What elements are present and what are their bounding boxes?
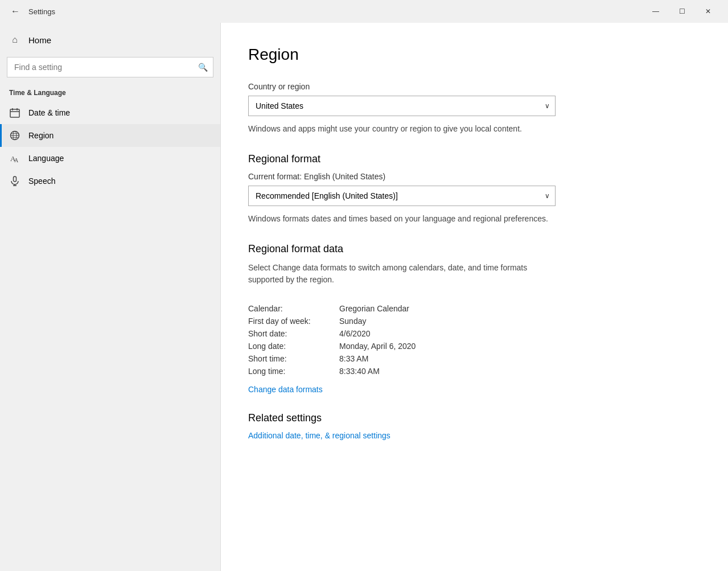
country-description: Windows and apps might use your country … [248, 123, 556, 135]
table-row: Long time:8:33:40 AM [248, 367, 701, 376]
data-row-label: Calendar: [248, 304, 339, 313]
country-dropdown-container: United States ∨ [248, 96, 556, 116]
data-row-label: Long time: [248, 367, 339, 376]
minimize-button[interactable]: — [643, 0, 669, 23]
titlebar-title: Settings [28, 7, 55, 16]
data-row-value: 4/6/2020 [339, 329, 371, 338]
data-row-value: Sunday [339, 317, 366, 326]
sidebar-item-language[interactable]: A A Language [0, 147, 220, 170]
table-row: Short time:8:33 AM [248, 354, 701, 363]
window-controls: — ☐ ✕ [643, 0, 721, 23]
app-body: ⌂ Home 🔍 Time & Language Date & time [0, 23, 728, 571]
table-row: Long date:Monday, April 6, 2020 [248, 342, 701, 351]
sidebar-item-date-time[interactable]: Date & time [0, 101, 220, 124]
table-row: First day of week:Sunday [248, 317, 701, 326]
sidebar-item-home[interactable]: ⌂ Home [0, 27, 220, 52]
data-row-label: Long date: [248, 342, 339, 351]
format-dropdown-container: Recommended [English (United States)] ∨ [248, 186, 556, 206]
current-format-label: Current format: English (United States) [248, 172, 701, 181]
format-description: Windows formats dates and times based on… [248, 213, 556, 225]
main-content: Region Country or region United States ∨… [221, 23, 728, 571]
data-row-label: First day of week: [248, 317, 339, 326]
microphone-icon [9, 175, 20, 187]
svg-text:A: A [14, 157, 19, 163]
data-row-label: Short time: [248, 354, 339, 363]
country-dropdown[interactable]: United States [248, 96, 556, 116]
format-data-description: Select Change data formats to switch amo… [248, 262, 556, 286]
data-row-value: Gregorian Calendar [339, 304, 409, 313]
speech-label: Speech [28, 176, 55, 186]
language-label: Language [28, 154, 64, 163]
change-data-formats-link[interactable]: Change data formats [248, 385, 323, 394]
table-row: Calendar:Gregorian Calendar [248, 304, 701, 313]
regional-format-data-section: Regional format data Select Change data … [248, 243, 701, 394]
sidebar-section-title: Time & Language [0, 87, 220, 101]
format-data-heading: Regional format data [248, 243, 701, 255]
sidebar-item-region[interactable]: Region [0, 124, 220, 147]
search-container: 🔍 [7, 57, 213, 77]
home-icon: ⌂ [9, 34, 20, 46]
titlebar: ← Settings — ☐ ✕ [0, 0, 728, 23]
search-input[interactable] [7, 57, 213, 77]
region-label: Region [28, 131, 54, 140]
sidebar-item-speech[interactable]: Speech [0, 170, 220, 192]
svg-rect-0 [10, 109, 19, 117]
country-section: Country or region United States ∨ Window… [248, 82, 701, 135]
language-icon: A A [9, 153, 20, 164]
sidebar: ⌂ Home 🔍 Time & Language Date & time [0, 23, 221, 571]
related-settings-section: Related settings Additional date, time, … [248, 412, 701, 440]
data-row-value: 8:33 AM [339, 354, 368, 363]
data-row-value: 8:33:40 AM [339, 367, 380, 376]
search-icon: 🔍 [198, 63, 208, 72]
data-row-value: Monday, April 6, 2020 [339, 342, 416, 351]
date-time-label: Date & time [28, 108, 70, 117]
regional-format-section: Regional format Current format: English … [248, 153, 701, 225]
related-settings-heading: Related settings [248, 412, 701, 424]
format-data-table: Calendar:Gregorian CalendarFirst day of … [248, 304, 701, 376]
calendar-icon [9, 107, 20, 118]
maximize-button[interactable]: ☐ [669, 0, 695, 23]
close-button[interactable]: ✕ [695, 0, 721, 23]
page-title: Region [248, 46, 701, 64]
additional-settings-link[interactable]: Additional date, time, & regional settin… [248, 431, 390, 440]
format-dropdown[interactable]: Recommended [English (United States)] [248, 186, 556, 206]
home-label: Home [28, 35, 51, 45]
table-row: Short date:4/6/2020 [248, 329, 701, 338]
svg-rect-11 [14, 176, 17, 182]
regional-format-heading: Regional format [248, 153, 701, 165]
back-button[interactable]: ← [7, 3, 24, 20]
globe-icon [9, 130, 20, 141]
data-row-label: Short date: [248, 329, 339, 338]
country-section-label: Country or region [248, 82, 701, 91]
